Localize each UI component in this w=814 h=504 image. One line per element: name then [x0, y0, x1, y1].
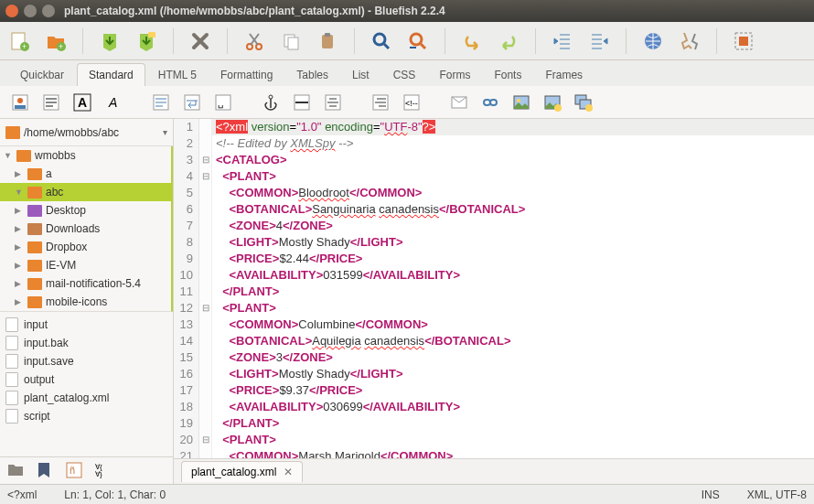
code-content[interactable]: <BOTANICAL>Aquilegia canadensis</BOTANIC…	[212, 333, 511, 349]
code-line[interactable]: 3⊟<CATALOG>	[174, 152, 814, 168]
expand-icon[interactable]: ▶	[15, 297, 24, 306]
fold-icon[interactable]	[199, 333, 212, 349]
multithumb-icon[interactable]	[573, 91, 594, 113]
code-content[interactable]: <CATALOG>	[212, 152, 287, 168]
preview-button[interactable]	[641, 29, 665, 53]
code-content[interactable]: <ZONE>4</ZONE>	[212, 218, 333, 234]
code-line[interactable]: 15 <ZONE>3</ZONE>	[174, 349, 814, 366]
code-content[interactable]: <PLANT>	[212, 168, 276, 185]
code-content[interactable]: </PLANT>	[212, 284, 279, 300]
save-as-button[interactable]	[134, 29, 158, 53]
image-icon[interactable]	[510, 91, 532, 113]
bold-icon[interactable]: A	[71, 91, 93, 113]
expand-icon[interactable]: ▶	[15, 242, 24, 252]
fold-icon[interactable]	[199, 316, 212, 333]
tree-item[interactable]: ▶Dropbox	[0, 238, 171, 256]
code-content[interactable]: <AVAILABILITY>030699</AVAILABILITY>	[212, 399, 460, 415]
link-icon[interactable]	[479, 91, 501, 113]
comment-icon[interactable]: <!--	[401, 91, 423, 113]
open-file-button[interactable]: +	[44, 29, 68, 53]
indent-button[interactable]	[587, 29, 611, 53]
code-line[interactable]: 6 <BOTANICAL>Sanguinaria canadensis</BOT…	[174, 201, 814, 218]
expand-icon[interactable]: ▶	[15, 169, 24, 178]
tree-item[interactable]: ▶Downloads	[0, 220, 171, 238]
fold-icon[interactable]	[199, 399, 212, 415]
file-item[interactable]: input.save	[0, 352, 173, 370]
thumbnail-icon[interactable]	[541, 91, 563, 113]
code-line[interactable]: 14 <BOTANICAL>Aquilegia canadensis</BOTA…	[174, 333, 814, 349]
code-content[interactable]: <PRICE>$2.44</PRICE>	[212, 251, 362, 267]
fold-icon[interactable]: ⊟	[199, 152, 212, 168]
tab-fonts[interactable]: Fonts	[483, 64, 532, 86]
nbsp-icon[interactable]: ␣	[212, 91, 234, 113]
fullscreen-button[interactable]	[732, 29, 755, 53]
code-line[interactable]: 12⊟ <PLANT>	[174, 300, 814, 316]
fold-icon[interactable]	[199, 201, 212, 218]
code-content[interactable]: <COMMON>Marsh Marigold</COMMON>	[212, 448, 453, 458]
code-content[interactable]: <?xml version="1.0" encoding="UTF-8"?>	[212, 119, 435, 135]
fold-icon[interactable]: ⊟	[199, 432, 212, 448]
expand-icon[interactable]: ▶	[15, 206, 24, 215]
status-insert-mode[interactable]: INS	[702, 488, 720, 501]
tab-formatting[interactable]: Formatting	[209, 64, 284, 86]
charmap-icon[interactable]: ñ	[66, 462, 84, 480]
tree-item[interactable]: ▼wmobbs	[0, 146, 171, 165]
minimize-icon[interactable]	[24, 5, 37, 17]
fold-icon[interactable]	[199, 234, 212, 251]
code-content[interactable]: <BOTANICAL>Sanguinaria canadensis</BOTAN…	[212, 201, 525, 218]
code-line[interactable]: 4⊟ <PLANT>	[174, 168, 814, 185]
close-file-button[interactable]	[188, 29, 212, 53]
save-button[interactable]	[98, 29, 122, 53]
code-view[interactable]: 1<?xml version="1.0" encoding="UTF-8"?>2…	[174, 119, 814, 458]
center-icon[interactable]	[322, 91, 344, 113]
tab-standard[interactable]: Standard	[77, 63, 145, 86]
expand-icon[interactable]: ▶	[15, 279, 24, 288]
expand-icon[interactable]: ▼	[4, 151, 13, 160]
expand-icon[interactable]: ▼	[15, 188, 24, 197]
file-item[interactable]: input.bak	[0, 334, 173, 352]
code-content[interactable]: <PRICE>$9.37</PRICE>	[212, 382, 362, 399]
file-item[interactable]: input	[0, 316, 173, 334]
folder-tree[interactable]: ▼wmobbs▶a▼abc▶Desktop▶Downloads▶Dropbox▶…	[0, 146, 173, 312]
tree-item[interactable]: ▶IE-VM	[0, 256, 171, 274]
hrule-icon[interactable]	[291, 91, 313, 113]
code-content[interactable]: <COMMON>Bloodroot</COMMON>	[212, 185, 422, 201]
close-tab-icon[interactable]: ✕	[284, 466, 293, 478]
code-content[interactable]: <AVAILABILITY>031599</AVAILABILITY>	[212, 267, 460, 284]
fold-icon[interactable]	[199, 366, 212, 382]
fold-icon[interactable]	[199, 267, 212, 284]
maximize-icon[interactable]	[42, 5, 55, 17]
file-item[interactable]: output	[0, 370, 173, 389]
tree-item[interactable]: ▶mobile-icons	[0, 293, 171, 311]
cut-button[interactable]	[242, 29, 266, 53]
filebrowser-icon[interactable]	[7, 462, 26, 480]
code-line[interactable]: 13 <COMMON>Columbine</COMMON>	[174, 316, 814, 333]
unindent-button[interactable]	[551, 29, 574, 53]
tab-css[interactable]: CSS	[382, 64, 427, 86]
find-button[interactable]	[370, 29, 393, 53]
undo-button[interactable]	[460, 29, 484, 53]
anchor-icon[interactable]	[260, 91, 282, 113]
snippets-icon[interactable]: ∀{∀}	[95, 462, 113, 480]
fold-icon[interactable]	[199, 284, 212, 300]
fold-icon[interactable]	[199, 135, 212, 152]
code-line[interactable]: 20⊟ <PLANT>	[174, 432, 814, 448]
tab-frames[interactable]: Frames	[534, 64, 594, 86]
code-content[interactable]: <COMMON>Columbine</COMMON>	[212, 316, 428, 333]
tree-item[interactable]: ▶mail-notification-5.4	[0, 274, 171, 293]
document-tab[interactable]: plant_catalog.xml ✕	[181, 461, 303, 482]
code-line[interactable]: 7 <ZONE>4</ZONE>	[174, 218, 814, 234]
find-replace-button[interactable]	[406, 29, 430, 53]
code-line[interactable]: 2<!-- Edited by XMLSpy -->	[174, 135, 814, 152]
code-content[interactable]: <LIGHT>Mostly Shady</LIGHT>	[212, 234, 402, 251]
code-line[interactable]: 11 </PLANT>	[174, 284, 814, 300]
code-line[interactable]: 9 <PRICE>$2.44</PRICE>	[174, 251, 814, 267]
tree-item[interactable]: ▶a	[0, 165, 171, 183]
tab-forms[interactable]: Forms	[428, 64, 481, 86]
code-line[interactable]: 8 <LIGHT>Mostly Shady</LIGHT>	[174, 234, 814, 251]
break-icon[interactable]	[181, 91, 203, 113]
paragraph-icon[interactable]	[150, 91, 172, 113]
file-item[interactable]: script	[0, 407, 173, 425]
fold-icon[interactable]	[199, 382, 212, 399]
code-line[interactable]: 18 <AVAILABILITY>030699</AVAILABILITY>	[174, 399, 814, 415]
